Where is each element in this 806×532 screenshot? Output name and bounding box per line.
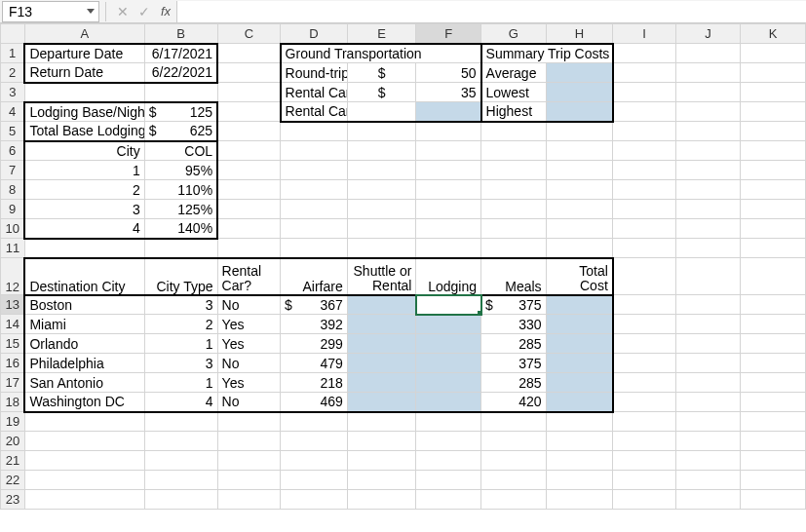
col-header-E[interactable]: E: [347, 24, 416, 44]
cell-A12[interactable]: Destination City: [24, 258, 144, 295]
cell-F6[interactable]: [416, 141, 481, 161]
cell-D3[interactable]: Rental Car per Day: [281, 83, 348, 102]
cell-F21[interactable]: [416, 451, 481, 471]
row-header-20[interactable]: 20: [1, 432, 25, 451]
cell-G15[interactable]: 285: [481, 334, 547, 354]
cell-B19[interactable]: [144, 412, 217, 432]
cell-D21[interactable]: [281, 451, 348, 471]
cell-H9[interactable]: [546, 200, 613, 219]
cell-E17[interactable]: [347, 373, 416, 393]
cell-E8[interactable]: [347, 180, 416, 200]
cell-H6[interactable]: [546, 141, 613, 161]
col-header-G[interactable]: G: [481, 24, 547, 44]
cell-H8[interactable]: [546, 180, 613, 200]
cell-A16[interactable]: Philadelphia: [24, 354, 144, 373]
cell-G5[interactable]: [481, 122, 547, 141]
row-header-13[interactable]: 13: [1, 295, 25, 315]
cell-D12[interactable]: Airfare: [281, 258, 348, 295]
cell-J11[interactable]: [675, 239, 741, 258]
cell-D13[interactable]: $367: [281, 295, 348, 315]
cell-H7[interactable]: [546, 161, 613, 180]
row-header-21[interactable]: 21: [1, 451, 25, 471]
cell-K23[interactable]: [741, 490, 806, 510]
cell-B9[interactable]: 125%: [144, 200, 217, 219]
cell-F16[interactable]: [416, 354, 481, 373]
row-header-12[interactable]: 12: [1, 258, 25, 295]
cell-K12[interactable]: [741, 258, 806, 295]
cell-H5[interactable]: [546, 122, 613, 141]
cell-E20[interactable]: [347, 432, 416, 451]
cell-K20[interactable]: [741, 432, 806, 451]
cell-I12[interactable]: [613, 258, 675, 295]
formula-input[interactable]: [176, 1, 806, 22]
cell-B12[interactable]: City Type: [144, 258, 217, 295]
col-header-F[interactable]: F: [416, 24, 481, 44]
cell-J9[interactable]: [675, 200, 741, 219]
cell-C4[interactable]: [217, 102, 280, 122]
cell-G10[interactable]: [481, 219, 547, 239]
cell-H13[interactable]: [546, 295, 613, 315]
cell-E14[interactable]: [347, 315, 416, 334]
cell-G4[interactable]: Highest: [481, 102, 547, 122]
cell-K17[interactable]: [741, 373, 806, 393]
cell-A19[interactable]: [24, 412, 144, 432]
cell-D15[interactable]: 299: [281, 334, 348, 354]
cell-I6[interactable]: [613, 141, 675, 161]
cell-H10[interactable]: [546, 219, 613, 239]
cell-E22[interactable]: [347, 471, 416, 490]
col-header-J[interactable]: J: [675, 24, 741, 44]
cell-G17[interactable]: 285: [481, 373, 547, 393]
cell-E12[interactable]: Shuttle or Rental: [347, 258, 416, 295]
cell-G14[interactable]: 330: [481, 315, 547, 334]
cell-C11[interactable]: [217, 239, 280, 258]
cell-B21[interactable]: [144, 451, 217, 471]
cell-H18[interactable]: [546, 393, 613, 412]
cell-F4[interactable]: [416, 102, 481, 122]
cell-J3[interactable]: [675, 83, 741, 102]
cell-A15[interactable]: Orlando: [24, 334, 144, 354]
cell-K14[interactable]: [741, 315, 806, 334]
cell-E16[interactable]: [347, 354, 416, 373]
cell-K22[interactable]: [741, 471, 806, 490]
cell-I1[interactable]: [613, 44, 675, 63]
cell-I8[interactable]: [613, 180, 675, 200]
cell-J2[interactable]: [675, 63, 741, 83]
cell-I20[interactable]: [613, 432, 675, 451]
cell-F14[interactable]: [416, 315, 481, 334]
row-header-16[interactable]: 16: [1, 354, 25, 373]
cell-C12[interactable]: Rental Car?: [217, 258, 280, 295]
cell-K11[interactable]: [741, 239, 806, 258]
cell-K1[interactable]: [741, 44, 806, 63]
cell-B16[interactable]: 3: [144, 354, 217, 373]
cell-J22[interactable]: [675, 471, 741, 490]
cell-H14[interactable]: [546, 315, 613, 334]
cell-E5[interactable]: [347, 122, 416, 141]
cell-E21[interactable]: [347, 451, 416, 471]
cell-D19[interactable]: [281, 412, 348, 432]
cell-G20[interactable]: [481, 432, 547, 451]
cell-J17[interactable]: [675, 373, 741, 393]
cell-H4[interactable]: [546, 102, 613, 122]
cell-E2[interactable]: $: [347, 63, 416, 83]
cell-C2[interactable]: [217, 63, 280, 83]
cell-J7[interactable]: [675, 161, 741, 180]
cell-F3[interactable]: 35: [416, 83, 481, 102]
cell-B17[interactable]: 1: [144, 373, 217, 393]
row-header-14[interactable]: 14: [1, 315, 25, 334]
cell-J23[interactable]: [675, 490, 741, 510]
cell-A11[interactable]: [24, 239, 144, 258]
cell-A4[interactable]: Lodging Base/Night: [24, 102, 144, 122]
cell-C6[interactable]: [217, 141, 280, 161]
cell-G22[interactable]: [481, 471, 547, 490]
col-header-C[interactable]: C: [217, 24, 280, 44]
cell-E18[interactable]: [347, 393, 416, 412]
cell-F10[interactable]: [416, 219, 481, 239]
cell-K10[interactable]: [741, 219, 806, 239]
cell-I19[interactable]: [613, 412, 675, 432]
cell-F8[interactable]: [416, 180, 481, 200]
cell-C13[interactable]: No: [217, 295, 280, 315]
cell-J12[interactable]: [675, 258, 741, 295]
cell-F12[interactable]: Lodging: [416, 258, 481, 295]
cell-G13[interactable]: $375: [481, 295, 547, 315]
cell-D4[interactable]: Rental Car Total: [281, 102, 348, 122]
